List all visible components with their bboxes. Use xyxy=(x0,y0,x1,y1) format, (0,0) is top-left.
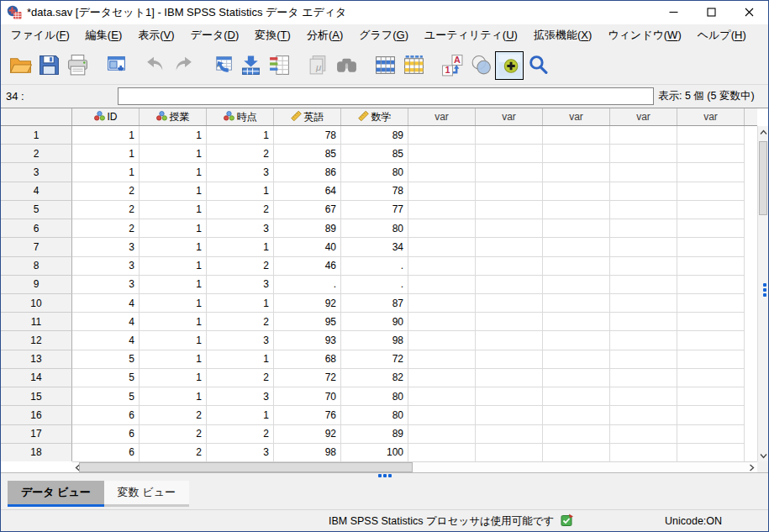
data-cell[interactable]: 87 xyxy=(341,294,408,313)
row-number[interactable]: 7 xyxy=(1,238,72,256)
empty-cell[interactable] xyxy=(476,126,543,145)
empty-cell[interactable] xyxy=(677,369,745,387)
data-cell[interactable]: 3 xyxy=(207,387,274,406)
empty-cell[interactable] xyxy=(610,369,677,387)
empty-cell[interactable] xyxy=(408,369,476,387)
empty-cell[interactable] xyxy=(476,406,543,424)
column-header-var[interactable]: var xyxy=(677,108,745,125)
data-cell[interactable]: 2 xyxy=(207,201,274,219)
data-cell[interactable]: 72 xyxy=(341,350,408,369)
empty-cell[interactable] xyxy=(543,219,610,238)
column-header-var[interactable]: var xyxy=(610,108,677,125)
empty-cell[interactable] xyxy=(408,313,476,331)
empty-cell[interactable] xyxy=(677,163,745,182)
data-cell[interactable]: 1 xyxy=(207,350,274,369)
empty-cell[interactable] xyxy=(476,257,543,276)
horizontal-scroll-thumb[interactable] xyxy=(79,462,413,472)
goto-case-button[interactable] xyxy=(208,51,236,80)
data-cell[interactable]: 1 xyxy=(207,406,274,424)
vertical-pane-splitter[interactable] xyxy=(763,283,766,297)
row-number[interactable]: 1 xyxy=(1,126,72,145)
empty-cell[interactable] xyxy=(610,331,677,350)
data-cell[interactable]: 3 xyxy=(207,163,274,182)
data-cell[interactable]: 4 xyxy=(72,313,140,331)
empty-cell[interactable] xyxy=(610,425,677,444)
data-cell[interactable]: 68 xyxy=(274,350,341,369)
row-number[interactable]: 18 xyxy=(1,444,72,461)
data-cell[interactable]: 1 xyxy=(72,126,140,145)
menu-item-v[interactable]: 表示(V) xyxy=(132,25,180,45)
empty-cell[interactable] xyxy=(543,313,610,331)
empty-cell[interactable] xyxy=(610,238,677,256)
column-header-var[interactable]: var xyxy=(408,108,476,125)
data-cell[interactable]: 64 xyxy=(274,182,341,201)
empty-cell[interactable] xyxy=(476,219,543,238)
data-cell[interactable]: 92 xyxy=(274,294,341,313)
data-cell[interactable]: 5 xyxy=(72,350,140,369)
data-cell[interactable]: 85 xyxy=(341,145,408,163)
search-button[interactable] xyxy=(524,51,552,80)
data-cell[interactable]: 2 xyxy=(140,425,207,444)
empty-cell[interactable] xyxy=(543,126,610,145)
empty-cell[interactable] xyxy=(408,201,476,219)
data-cell[interactable]: 80 xyxy=(341,406,408,424)
data-cell[interactable]: 2 xyxy=(207,425,274,444)
data-cell[interactable]: 1 xyxy=(140,201,207,219)
empty-cell[interactable] xyxy=(476,201,543,219)
data-cell[interactable]: 1 xyxy=(140,313,207,331)
data-cell[interactable]: 4 xyxy=(72,294,140,313)
data-cell[interactable]: 90 xyxy=(341,313,408,331)
empty-cell[interactable] xyxy=(610,182,677,201)
data-cell[interactable]: 78 xyxy=(274,126,341,145)
empty-cell[interactable] xyxy=(610,387,677,406)
empty-cell[interactable] xyxy=(543,369,610,387)
row-number[interactable]: 6 xyxy=(1,219,72,238)
data-cell[interactable]: 3 xyxy=(72,238,140,256)
empty-cell[interactable] xyxy=(408,182,476,201)
row-number[interactable]: 9 xyxy=(1,276,72,294)
data-cell[interactable]: 1 xyxy=(207,294,274,313)
menu-item-g[interactable]: グラフ(G) xyxy=(353,25,414,45)
data-cell[interactable]: 1 xyxy=(140,257,207,276)
data-cell[interactable]: 34 xyxy=(341,238,408,256)
empty-cell[interactable] xyxy=(476,387,543,406)
row-number[interactable]: 13 xyxy=(1,350,72,369)
empty-cell[interactable] xyxy=(677,257,745,276)
data-cell[interactable]: 5 xyxy=(72,387,140,406)
goto-variable-button[interactable] xyxy=(236,51,265,80)
row-number[interactable]: 11 xyxy=(1,313,72,331)
data-cell[interactable]: 98 xyxy=(274,444,341,461)
empty-cell[interactable] xyxy=(543,276,610,294)
close-button[interactable] xyxy=(730,1,768,24)
empty-cell[interactable] xyxy=(677,331,745,350)
data-cell[interactable]: 2 xyxy=(140,444,207,461)
empty-cell[interactable] xyxy=(610,126,677,145)
empty-cell[interactable] xyxy=(677,406,745,424)
data-cell[interactable]: 1 xyxy=(140,276,207,294)
data-cell[interactable]: 46 xyxy=(274,257,341,276)
data-cell[interactable]: 2 xyxy=(207,145,274,163)
empty-cell[interactable] xyxy=(476,294,543,313)
data-cell[interactable]: 40 xyxy=(274,238,341,256)
data-cell[interactable]: 3 xyxy=(72,276,140,294)
data-cell[interactable]: 4 xyxy=(72,331,140,350)
row-number[interactable]: 14 xyxy=(1,369,72,387)
data-cell[interactable]: 82 xyxy=(341,369,408,387)
menu-item-u[interactable]: ユーティリティ(U) xyxy=(419,25,524,45)
data-cell[interactable]: 70 xyxy=(274,387,341,406)
empty-cell[interactable] xyxy=(408,331,476,350)
horizontal-scrollbar[interactable] xyxy=(72,461,757,472)
row-number[interactable]: 16 xyxy=(1,406,72,424)
menu-item-x[interactable]: 拡張機能(X) xyxy=(528,25,598,45)
scroll-right-button[interactable] xyxy=(746,462,757,472)
empty-cell[interactable] xyxy=(610,145,677,163)
empty-cell[interactable] xyxy=(476,331,543,350)
menu-item-e[interactable]: 編集(E) xyxy=(80,25,128,45)
empty-cell[interactable] xyxy=(543,257,610,276)
data-cell[interactable]: 78 xyxy=(341,182,408,201)
empty-cell[interactable] xyxy=(677,238,745,256)
empty-cell[interactable] xyxy=(543,145,610,163)
empty-cell[interactable] xyxy=(408,145,476,163)
data-cell[interactable]: 2 xyxy=(72,201,140,219)
empty-cell[interactable] xyxy=(408,126,476,145)
